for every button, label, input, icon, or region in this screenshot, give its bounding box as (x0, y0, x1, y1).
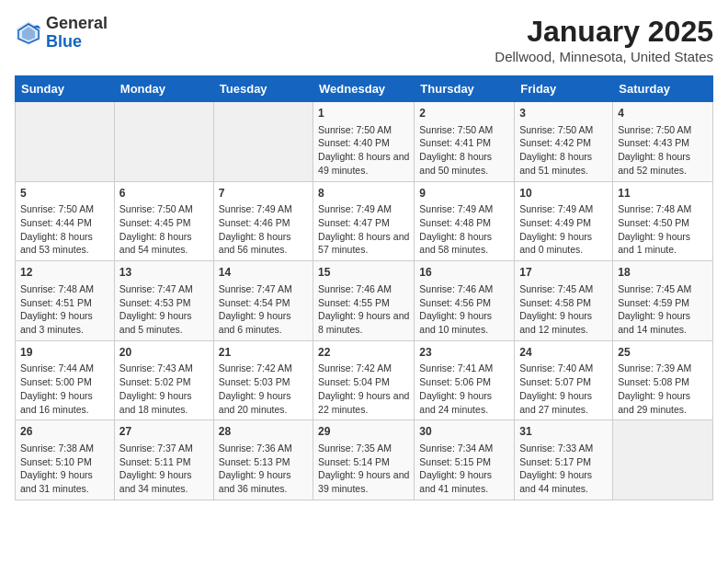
daylight-text: Daylight: 9 hours and 24 minutes. (419, 390, 492, 415)
day-number: 27 (119, 424, 209, 440)
day-number: 25 (618, 345, 708, 361)
day-number: 12 (20, 265, 109, 281)
calendar-header-row: SundayMondayTuesdayWednesdayThursdayFrid… (16, 76, 713, 102)
calendar-cell: 5Sunrise: 7:50 AMSunset: 4:44 PMDaylight… (16, 181, 115, 261)
calendar-cell: 19Sunrise: 7:44 AMSunset: 5:00 PMDayligh… (16, 340, 115, 420)
calendar-cell: 22Sunrise: 7:42 AMSunset: 5:04 PMDayligh… (313, 340, 415, 420)
sunset-text: Sunset: 4:41 PM (419, 137, 491, 148)
day-number: 22 (318, 345, 409, 361)
sunset-text: Sunset: 4:46 PM (219, 217, 290, 228)
calendar-cell: 30Sunrise: 7:34 AMSunset: 5:15 PMDayligh… (415, 420, 515, 500)
sunrise-text: Sunrise: 7:50 AM (519, 124, 593, 135)
sunrise-text: Sunrise: 7:50 AM (419, 124, 493, 135)
calendar-subtitle: Dellwood, Minnesota, United States (495, 49, 713, 64)
day-number: 18 (618, 265, 708, 281)
calendar-cell: 28Sunrise: 7:36 AMSunset: 5:13 PMDayligh… (213, 420, 313, 500)
daylight-text: Daylight: 9 hours and 29 minutes. (618, 390, 690, 415)
calendar-cell: 1Sunrise: 7:50 AMSunset: 4:40 PMDaylight… (313, 102, 415, 182)
calendar-cell: 15Sunrise: 7:46 AMSunset: 4:55 PMDayligh… (313, 261, 415, 341)
day-number: 26 (20, 424, 109, 440)
sunrise-text: Sunrise: 7:47 AM (119, 283, 193, 294)
daylight-text: Daylight: 9 hours and 20 minutes. (219, 390, 291, 415)
calendar-week-row: 12Sunrise: 7:48 AMSunset: 4:51 PMDayligh… (16, 261, 713, 341)
daylight-text: Daylight: 8 hours and 53 minutes. (20, 231, 93, 256)
calendar-cell: 14Sunrise: 7:47 AMSunset: 4:54 PMDayligh… (213, 261, 313, 341)
calendar-cell: 8Sunrise: 7:49 AMSunset: 4:47 PMDaylight… (313, 181, 415, 261)
sunset-text: Sunset: 4:54 PM (219, 297, 290, 308)
sunrise-text: Sunrise: 7:44 AM (20, 362, 94, 373)
calendar-cell: 23Sunrise: 7:41 AMSunset: 5:06 PMDayligh… (415, 340, 515, 420)
day-number: 15 (318, 265, 409, 281)
day-number: 10 (519, 186, 608, 201)
calendar-table: SundayMondayTuesdayWednesdayThursdayFrid… (15, 75, 713, 500)
sunset-text: Sunset: 5:14 PM (318, 456, 390, 467)
daylight-text: Daylight: 8 hours and 57 minutes. (318, 231, 409, 256)
calendar-cell: 25Sunrise: 7:39 AMSunset: 5:08 PMDayligh… (613, 340, 713, 420)
day-number: 6 (119, 186, 209, 201)
daylight-text: Daylight: 9 hours and 8 minutes. (318, 310, 409, 335)
sunset-text: Sunset: 4:47 PM (318, 217, 390, 228)
sunset-text: Sunset: 4:53 PM (119, 297, 191, 308)
sunrise-text: Sunrise: 7:45 AM (618, 283, 691, 294)
sunrise-text: Sunrise: 7:49 AM (419, 203, 493, 214)
day-number: 9 (419, 186, 509, 201)
sunset-text: Sunset: 4:51 PM (20, 297, 92, 308)
daylight-text: Daylight: 8 hours and 58 minutes. (419, 231, 492, 256)
day-number: 21 (219, 345, 308, 361)
column-header-thursday: Thursday (415, 76, 515, 102)
calendar-cell: 10Sunrise: 7:49 AMSunset: 4:49 PMDayligh… (515, 181, 613, 261)
logo-blue-text: Blue (46, 33, 108, 52)
daylight-text: Daylight: 9 hours and 36 minutes. (219, 469, 291, 494)
daylight-text: Daylight: 9 hours and 31 minutes. (20, 469, 93, 494)
sunset-text: Sunset: 5:10 PM (20, 456, 92, 467)
sunrise-text: Sunrise: 7:42 AM (318, 362, 392, 373)
calendar-cell: 9Sunrise: 7:49 AMSunset: 4:48 PMDaylight… (415, 181, 515, 261)
logo-icon (15, 19, 42, 47)
sunrise-text: Sunrise: 7:46 AM (318, 283, 392, 294)
sunrise-text: Sunrise: 7:36 AM (219, 442, 292, 454)
sunset-text: Sunset: 5:15 PM (419, 456, 491, 467)
sunrise-text: Sunrise: 7:33 AM (519, 442, 593, 454)
sunset-text: Sunset: 5:11 PM (119, 456, 191, 467)
title-block: January 2025 Dellwood, Minnesota, United… (495, 15, 713, 64)
calendar-cell: 4Sunrise: 7:50 AMSunset: 4:43 PMDaylight… (613, 102, 713, 182)
column-header-wednesday: Wednesday (313, 76, 415, 102)
sunset-text: Sunset: 5:06 PM (419, 376, 491, 387)
sunrise-text: Sunrise: 7:38 AM (20, 442, 94, 454)
sunset-text: Sunset: 4:56 PM (419, 297, 491, 308)
daylight-text: Daylight: 8 hours and 51 minutes. (519, 151, 592, 176)
sunrise-text: Sunrise: 7:49 AM (318, 203, 392, 214)
sunrise-text: Sunrise: 7:50 AM (20, 203, 94, 214)
calendar-cell: 29Sunrise: 7:35 AMSunset: 5:14 PMDayligh… (313, 420, 415, 500)
sunset-text: Sunset: 5:17 PM (519, 456, 591, 467)
day-number: 3 (519, 106, 608, 121)
sunrise-text: Sunrise: 7:47 AM (219, 283, 292, 294)
day-number: 2 (419, 106, 509, 121)
sunset-text: Sunset: 5:00 PM (20, 376, 92, 387)
sunrise-text: Sunrise: 7:35 AM (318, 442, 392, 454)
sunrise-text: Sunrise: 7:50 AM (318, 124, 392, 135)
calendar-cell: 11Sunrise: 7:48 AMSunset: 4:50 PMDayligh… (613, 181, 713, 261)
daylight-text: Daylight: 9 hours and 5 minutes. (119, 310, 192, 335)
day-number: 23 (419, 345, 509, 361)
column-header-sunday: Sunday (16, 76, 115, 102)
day-number: 30 (419, 424, 509, 440)
day-number: 20 (119, 345, 209, 361)
calendar-week-row: 19Sunrise: 7:44 AMSunset: 5:00 PMDayligh… (16, 340, 713, 420)
calendar-cell (16, 102, 115, 182)
sunset-text: Sunset: 4:44 PM (20, 217, 92, 228)
day-number: 8 (318, 186, 409, 201)
calendar-week-row: 1Sunrise: 7:50 AMSunset: 4:40 PMDaylight… (16, 102, 713, 182)
day-number: 17 (519, 265, 608, 281)
calendar-cell: 6Sunrise: 7:50 AMSunset: 4:45 PMDaylight… (114, 181, 213, 261)
column-header-friday: Friday (515, 76, 613, 102)
calendar-week-row: 5Sunrise: 7:50 AMSunset: 4:44 PMDaylight… (16, 181, 713, 261)
sunrise-text: Sunrise: 7:40 AM (519, 362, 593, 373)
calendar-cell: 21Sunrise: 7:42 AMSunset: 5:03 PMDayligh… (213, 340, 313, 420)
page-header: General Blue January 2025 Dellwood, Minn… (15, 15, 713, 64)
column-header-saturday: Saturday (613, 76, 713, 102)
calendar-cell (213, 102, 313, 182)
sunset-text: Sunset: 4:58 PM (519, 297, 591, 308)
column-header-tuesday: Tuesday (213, 76, 313, 102)
daylight-text: Daylight: 9 hours and 34 minutes. (119, 469, 192, 494)
